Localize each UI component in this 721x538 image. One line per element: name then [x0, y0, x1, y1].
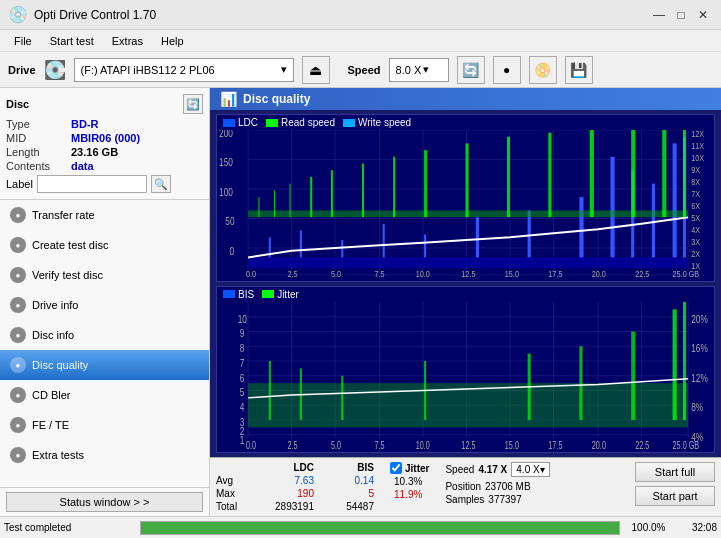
menu-extras[interactable]: Extras — [104, 33, 151, 49]
nav-item-verify-test-disc[interactable]: ●Verify test disc — [0, 260, 209, 290]
contents-label: Contents — [6, 160, 71, 172]
speed-dropdown[interactable]: 4.0 X ▾ — [511, 462, 549, 477]
svg-text:200: 200 — [219, 130, 233, 139]
nav-item-cd-bler[interactable]: ●CD Bler — [0, 380, 209, 410]
drive-icon: 💽 — [44, 59, 66, 81]
svg-rect-29 — [652, 184, 655, 258]
svg-text:25.0 GB: 25.0 GB — [673, 440, 700, 449]
nav-icon-verify-test-disc: ● — [10, 267, 26, 283]
speed-position-stats: Speed 4.17 X 4.0 X ▾ Position 23706 MB S… — [445, 462, 549, 505]
svg-text:2X: 2X — [691, 248, 700, 259]
disc-button[interactable]: 📀 — [529, 56, 557, 84]
svg-rect-46 — [662, 130, 666, 217]
jitter-stats: Jitter 10.3% 11.9% — [390, 462, 429, 502]
ldc-legend-box — [223, 119, 235, 127]
close-button[interactable]: ✕ — [693, 5, 713, 25]
avg-ldc: 7.63 — [254, 475, 314, 486]
samples-value: 377397 — [488, 494, 521, 505]
nav-icon-fe-te: ● — [10, 417, 26, 433]
status-text: Test completed — [4, 522, 134, 533]
nav-item-transfer-rate[interactable]: ●Transfer rate — [0, 200, 209, 230]
svg-rect-106 — [683, 302, 686, 420]
bis-legend-label: BIS — [238, 289, 254, 300]
svg-text:20%: 20% — [691, 312, 708, 325]
svg-text:20.0: 20.0 — [592, 269, 606, 278]
svg-text:22.5: 22.5 — [635, 269, 649, 278]
type-value: BD-R — [71, 118, 99, 130]
status-window-button[interactable]: Status window > > — [6, 492, 203, 512]
svg-text:150: 150 — [219, 156, 233, 168]
svg-rect-103 — [579, 346, 582, 420]
svg-text:10.0: 10.0 — [416, 269, 430, 278]
nav-item-fe-te[interactable]: ●FE / TE — [0, 410, 209, 440]
svg-rect-97 — [248, 383, 688, 427]
nav-label-verify-test-disc: Verify test disc — [32, 269, 103, 281]
svg-text:5.0: 5.0 — [331, 440, 341, 449]
svg-text:8: 8 — [240, 341, 245, 354]
disc-panel: Disc 🔄 Type BD-R MID MBIR06 (000) Length… — [0, 88, 209, 200]
label-input[interactable] — [37, 175, 147, 193]
total-ldc: 2893191 — [254, 501, 314, 512]
svg-rect-45 — [631, 130, 635, 217]
app-title: Opti Drive Control 1.70 — [34, 8, 156, 22]
svg-rect-37 — [331, 170, 333, 217]
type-label: Type — [6, 118, 71, 130]
svg-rect-40 — [424, 150, 427, 217]
nav-icon-create-test-disc: ● — [10, 237, 26, 253]
nav-item-create-test-disc[interactable]: ●Create test disc — [0, 230, 209, 260]
jitter-checkbox[interactable] — [390, 462, 402, 474]
percent-display: 100.0% — [626, 522, 671, 533]
eject-button[interactable]: ⏏ — [302, 56, 330, 84]
stats-panel: LDC BIS Avg 7.63 0.14 Max 190 5 Total 28… — [210, 457, 721, 516]
save-button[interactable]: 💾 — [565, 56, 593, 84]
svg-rect-35 — [289, 184, 290, 218]
svg-rect-23 — [424, 235, 426, 258]
nav-item-extra-tests[interactable]: ●Extra tests — [0, 440, 209, 470]
menu-help[interactable]: Help — [153, 33, 192, 49]
app-icon: 💿 — [8, 5, 28, 24]
svg-rect-44 — [590, 130, 594, 217]
record-button[interactable]: ● — [493, 56, 521, 84]
nav-item-drive-info[interactable]: ●Drive info — [0, 290, 209, 320]
svg-rect-41 — [466, 143, 469, 217]
svg-text:2.5: 2.5 — [287, 269, 297, 278]
svg-text:4X: 4X — [691, 224, 700, 235]
speed-label: Speed — [348, 64, 381, 76]
svg-text:10.0: 10.0 — [416, 440, 430, 449]
speed-select[interactable]: 8.0 X ▾ — [389, 58, 449, 82]
svg-text:6: 6 — [240, 371, 245, 384]
svg-text:17.5: 17.5 — [548, 440, 562, 449]
nav-item-disc-quality[interactable]: ●Disc quality — [0, 350, 209, 380]
svg-text:8X: 8X — [691, 176, 700, 187]
max-bis: 5 — [314, 488, 374, 499]
svg-text:16%: 16% — [691, 341, 708, 354]
minimize-button[interactable]: — — [649, 5, 669, 25]
start-full-button[interactable]: Start full — [635, 462, 715, 482]
maximize-button[interactable]: □ — [671, 5, 691, 25]
refresh-button[interactable]: 🔄 — [457, 56, 485, 84]
total-label: Total — [216, 501, 254, 512]
max-jitter: 11.9% — [390, 489, 429, 500]
statusbar: Test completed 100.0% 32:08 — [0, 516, 721, 538]
position-value: 23706 MB — [485, 481, 531, 492]
chart1: LDC Read speed Write speed — [216, 114, 715, 282]
chart1-legend: LDC Read speed Write speed — [217, 115, 714, 130]
nav-icon-disc-quality: ● — [10, 357, 26, 373]
svg-rect-34 — [274, 190, 275, 217]
max-ldc: 190 — [254, 488, 314, 499]
menu-file[interactable]: File — [6, 33, 40, 49]
svg-text:50: 50 — [225, 215, 234, 227]
svg-text:0.0: 0.0 — [246, 269, 256, 278]
svg-text:9X: 9X — [691, 164, 700, 175]
nav-item-disc-info[interactable]: ●Disc info — [0, 320, 209, 350]
avg-bis: 0.14 — [314, 475, 374, 486]
svg-text:5X: 5X — [691, 212, 700, 223]
label-search-button[interactable]: 🔍 — [151, 175, 171, 193]
menu-start-test[interactable]: Start test — [42, 33, 102, 49]
start-part-button[interactable]: Start part — [635, 486, 715, 506]
mid-value: MBIR06 (000) — [71, 132, 140, 144]
jitter-label: Jitter — [405, 463, 429, 474]
disc-refresh-button[interactable]: 🔄 — [183, 94, 203, 114]
svg-text:8%: 8% — [691, 400, 703, 413]
drive-select[interactable]: (F:) ATAPI iHBS112 2 PL06 ▾ — [74, 58, 294, 82]
